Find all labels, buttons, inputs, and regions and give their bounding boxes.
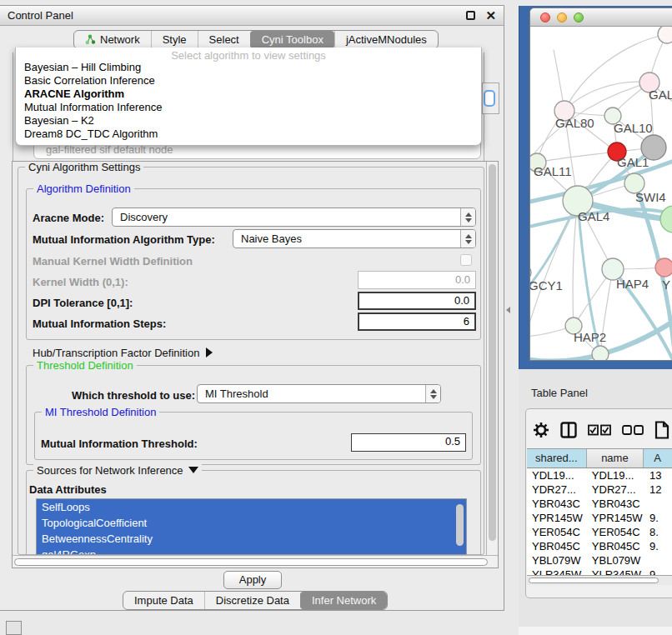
node-label: GAL10 [614,121,653,135]
tab-label: Infer Network [312,594,376,607]
columns-icon[interactable] [560,422,577,438]
tab-label: Discretize Data [216,594,289,607]
table-row[interactable]: YDL19...YDL19...13 [527,468,672,482]
algorithm-dropdown: Select algorithm to view settings Bayesi… [15,48,482,146]
sources-group-title[interactable]: Sources for Network Inference [33,464,202,477]
table-row[interactable]: YBL079WYBL079W [527,553,672,568]
which-threshold-combo[interactable]: MI Threshold [197,384,441,403]
network-node[interactable] [660,206,672,232]
kernel-width-label: Kernel Width (0,1): [33,276,128,288]
network-node[interactable] [658,27,672,43]
network-node[interactable] [592,346,609,361]
table-row[interactable]: YBR045CYBR045C9. [527,539,672,553]
tab-label: Style [163,33,187,46]
table-cell: 9. [644,539,672,553]
network-edge[interactable] [537,152,617,162]
mi-steps-field[interactable]: 6 [358,312,476,331]
algorithm-option[interactable]: Mutual Information Inference [16,101,481,114]
column-header[interactable]: shared... [527,449,587,468]
minimize-traffic-light-icon[interactable] [557,12,567,22]
mi-steps-label: Mutual Information Steps: [33,318,166,330]
data-attributes-list[interactable]: SelfLoopsTopologicalCoefficientBetweenne… [36,498,467,555]
document-icon[interactable] [654,421,669,439]
table-cell: 9. [644,511,672,525]
table-row[interactable]: YBR043CYBR043C [527,497,672,511]
mi-threshold-label: Mutual Information Threshold: [41,438,198,450]
network-graph[interactable]: GALGAL80GAL10GAL1GAL11SWI4GAL4GCY1HAP4YH… [530,27,672,361]
attribute-item[interactable]: BetweennessCentrality [37,531,466,547]
mi-threshold-field[interactable]: 0.5 [351,433,466,452]
tab-cyni-toolbox[interactable]: Cyni Toolbox [250,31,334,48]
settings-vertical-scrollbar[interactable] [486,162,498,555]
node-label: HAP4 [616,277,649,291]
spinner-arrows-icon [460,208,475,226]
algorithm-option[interactable]: Dream8 DC_TDC Algorithm [16,128,481,141]
minimized-panel-icon[interactable] [6,621,22,635]
threshold-definition-title: Threshold Definition [33,359,137,372]
dpi-tolerance-field[interactable]: 0.0 [358,292,476,310]
hidden-stepper-focus-ring [484,90,495,107]
list-scrollbar-thumb[interactable] [456,504,464,546]
tab-style[interactable]: Style [151,31,198,48]
kernel-width-field[interactable]: 0.0 [358,271,476,289]
column-header[interactable]: name [587,449,644,468]
algorithm-definition-title: Algorithm Definition [33,182,134,195]
table-cell: YER054C [587,525,644,539]
aracne-mode-combo[interactable]: Discovery [112,208,476,227]
tab-impute-data[interactable]: Impute Data [123,592,204,609]
attribute-item[interactable]: TopologicalCoefficient [37,515,466,531]
panel-divider-handle[interactable] [506,307,510,313]
zoom-traffic-light-icon[interactable] [574,12,584,22]
node-label: HAP2 [574,330,606,344]
mi-threshold-definition-title: MI Threshold Definition [42,406,159,418]
algorithm-option[interactable]: ARACNE Algorithm [16,88,481,101]
tab-network[interactable]: Network [74,31,151,48]
tab-infer-network[interactable]: Infer Network [300,592,387,609]
dpi-tolerance-label: DPI Tolerance [0,1]: [33,297,133,309]
table-cell: YDL19... [587,468,644,482]
attribute-item[interactable]: gal4RGexp [37,547,466,555]
mi-type-combo[interactable]: Naive Bayes [233,229,476,248]
table-cell: YDL19... [527,468,587,482]
column-header[interactable]: A [644,449,672,468]
tab-label: Select [209,33,239,46]
screen: Control Panel ✕ gal-filtered sif default… [0,0,672,635]
algorithm-option[interactable]: Bayesian – Hill Climbing [16,61,481,74]
tab-select[interactable]: Select [198,31,250,48]
node-label: GAL80 [555,116,594,130]
network-view-window: GALGAL80GAL10GAL1GAL11SWI4GAL4GCY1HAP4YH… [529,8,672,361]
cyni-settings-group-title: Cyni Algorithm Settings [25,161,143,173]
settings-horizontal-scrollbar[interactable] [13,555,498,568]
table-cell: YDR27... [527,482,587,497]
algorithm-option[interactable]: Bayesian – K2 [16,114,481,128]
checked-columns-icon[interactable] [588,424,611,436]
table-cell [644,497,672,511]
table-horizontal-scrollbar[interactable] [527,575,672,585]
apply-button[interactable]: Apply [223,571,282,589]
tab-discretize-data[interactable]: Discretize Data [204,592,300,609]
network-node[interactable] [655,258,672,277]
which-threshold-value: MI Threshold [198,388,425,400]
table-row[interactable]: YER054CYER054C8. [527,525,672,539]
bottom-tab-bar: Impute DataDiscretize DataInfer Network [123,591,388,610]
aracne-mode-label: Aracne Mode: [33,212,104,224]
hub-definition-toggle[interactable]: Hub/Transcription Factor Definition [33,347,213,359]
close-traffic-light-icon[interactable] [540,12,550,22]
node-label: GAL1 [617,155,649,169]
expand-right-icon [206,348,213,358]
manual-kernel-checkbox[interactable] [460,254,472,266]
float-window-icon[interactable] [466,11,475,20]
tab-jactivemnodules[interactable]: jActiveMNodules [334,31,438,48]
unchecked-columns-icon[interactable] [622,425,644,435]
attribute-item[interactable]: SelfLoops [37,499,466,515]
which-threshold-label: Which threshold to use: [72,389,195,402]
algorithm-option[interactable]: Basic Correlation Inference [16,74,481,88]
table-toolbar [533,416,672,444]
main-tab-bar: NetworkStyleSelectCyni ToolboxjActiveMNo… [73,30,439,49]
close-icon[interactable]: ✕ [485,11,496,20]
gear-icon[interactable] [533,422,549,438]
node-attribute-table[interactable]: shared...nameA YDL19...YDL19...13YDR27..… [527,448,672,585]
table-row[interactable]: YPR145WYPR145W9. [527,511,672,525]
table-subpanel: shared...nameA YDL19...YDL19...13YDR27..… [525,408,672,598]
table-row[interactable]: YDR27...YDR27...12 [527,482,672,497]
